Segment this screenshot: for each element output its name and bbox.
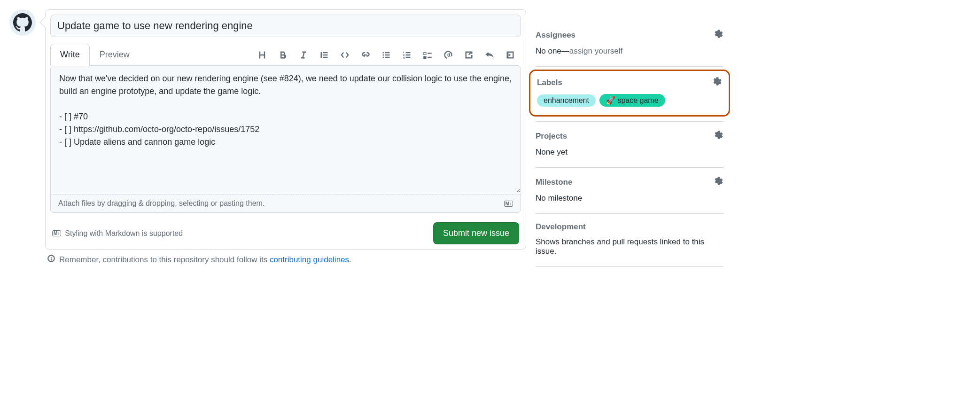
sidebar-assignees: Assignees No one—assign yourself (536, 21, 723, 67)
assignees-title: Assignees (536, 31, 576, 40)
contributing-warning: Remember, contributions to this reposito… (45, 250, 526, 270)
comment-box: Write Preview (45, 9, 526, 250)
tab-preview[interactable]: Preview (90, 44, 140, 66)
label-pill[interactable]: enhancement (537, 94, 596, 107)
development-title: Development (536, 222, 586, 232)
avatar[interactable] (9, 9, 36, 36)
warn-prefix: Remember, contributions to this reposito… (59, 255, 270, 264)
development-text: Shows branches and pull requests linked … (536, 237, 723, 256)
markdown-toolbar (257, 50, 521, 60)
heading-icon[interactable] (257, 50, 267, 60)
sidebar-development: Development Shows branches and pull requ… (536, 214, 723, 267)
assign-yourself-link[interactable]: assign yourself (569, 47, 622, 55)
bold-icon[interactable] (278, 50, 288, 60)
markdown-badge-icon: M↓ (52, 230, 61, 236)
markdown-support-note[interactable]: M↓ Styling with Markdown is supported (52, 229, 183, 238)
labels-highlight-box: Labels enhancement🚀 space game (529, 70, 730, 117)
attach-files-hint[interactable]: Attach files by dragging & dropping, sel… (51, 194, 521, 212)
issue-title-input[interactable] (50, 15, 521, 37)
submit-issue-button[interactable]: Submit new issue (433, 222, 519, 244)
label-pill[interactable]: 🚀 space game (599, 94, 665, 107)
projects-title: Projects (536, 132, 567, 141)
italic-icon[interactable] (298, 50, 309, 60)
info-icon (47, 254, 55, 265)
attach-hint-text: Attach files by dragging & dropping, sel… (58, 199, 264, 208)
cross-reference-icon[interactable] (464, 50, 474, 60)
milestone-title: Milestone (536, 178, 572, 187)
unordered-list-icon[interactable] (381, 50, 391, 60)
markdown-badge-icon: M↓ (504, 201, 513, 207)
gear-icon[interactable] (714, 176, 723, 188)
mention-icon[interactable] (443, 50, 453, 60)
warn-suffix: . (349, 255, 351, 264)
saved-replies-icon[interactable] (505, 50, 515, 60)
projects-none: None yet (536, 148, 723, 157)
task-list-icon[interactable] (422, 50, 433, 60)
link-icon[interactable] (360, 50, 371, 60)
reply-icon[interactable] (484, 50, 495, 60)
labels-title: Labels (537, 78, 562, 87)
ordered-list-icon[interactable] (402, 50, 412, 60)
sidebar-milestone: Milestone No milestone (536, 168, 723, 214)
sidebar-projects: Projects None yet (536, 122, 723, 168)
gear-icon[interactable] (713, 77, 722, 88)
assignees-none: No one— (536, 47, 569, 55)
code-icon[interactable] (340, 50, 350, 60)
markdown-support-text: Styling with Markdown is supported (65, 229, 183, 238)
sidebar-labels: Labels enhancement🚀 space game (536, 67, 723, 122)
milestone-none: No milestone (536, 194, 723, 203)
gear-icon[interactable] (714, 29, 723, 41)
tab-write[interactable]: Write (50, 44, 90, 66)
gear-icon[interactable] (714, 130, 723, 142)
contributing-guidelines-link[interactable]: contributing guidelines (270, 255, 349, 264)
issue-body-textarea[interactable] (51, 66, 521, 193)
quote-icon[interactable] (319, 50, 329, 60)
